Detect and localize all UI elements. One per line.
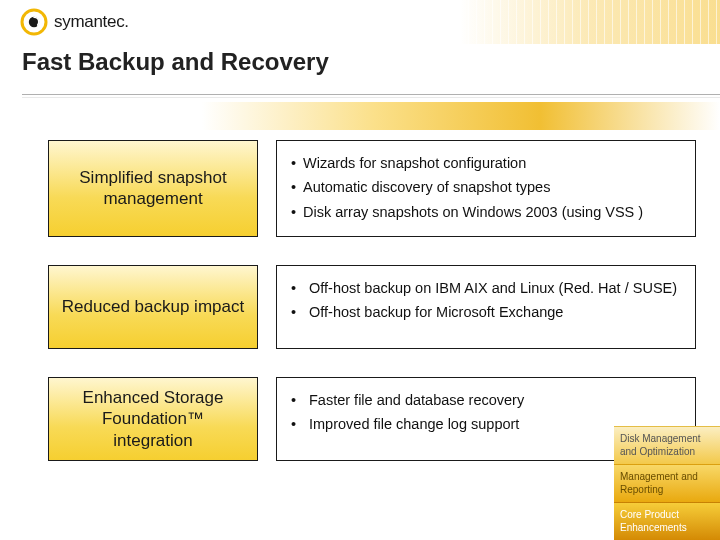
divider xyxy=(22,94,720,98)
feature-row: Enhanced Storage Foundation™ integration… xyxy=(48,377,696,461)
page-title: Fast Backup and Recovery xyxy=(22,48,720,76)
feature-heading: Simplified snapshot management xyxy=(61,167,245,210)
feature-heading: Enhanced Storage Foundation™ integration xyxy=(61,387,245,451)
corner-nav: Disk Management and Optimization Managem… xyxy=(614,426,720,540)
list-item: Wizards for snapshot configuration xyxy=(291,153,683,173)
symantec-logo-icon xyxy=(20,8,48,36)
brand-name: symantec. xyxy=(54,12,129,32)
feature-heading-box: Enhanced Storage Foundation™ integration xyxy=(48,377,258,461)
feature-heading: Reduced backup impact xyxy=(62,296,244,317)
feature-row: Reduced backup impact Off-host backup on… xyxy=(48,265,696,349)
list-item: Faster file and database recovery xyxy=(291,390,683,410)
header-accent-icon xyxy=(460,0,720,44)
corner-nav-item: Disk Management and Optimization xyxy=(614,426,720,464)
list-item: Automatic discovery of snapshot types xyxy=(291,177,683,197)
content-area: Simplified snapshot management Wizards f… xyxy=(0,140,720,461)
slide-header: symantec. xyxy=(0,0,720,44)
corner-nav-item: Core Product Enhancements xyxy=(614,502,720,540)
brand-lockup: symantec. xyxy=(20,8,129,36)
feature-heading-box: Reduced backup impact xyxy=(48,265,258,349)
gradient-bar xyxy=(0,102,720,130)
feature-details-box: Off-host backup on IBM AIX and Linux (Re… xyxy=(276,265,696,349)
feature-details-box: Wizards for snapshot configuration Autom… xyxy=(276,140,696,237)
title-area: Fast Backup and Recovery xyxy=(0,44,720,98)
feature-row: Simplified snapshot management Wizards f… xyxy=(48,140,696,237)
bullet-list: Wizards for snapshot configuration Autom… xyxy=(291,153,683,222)
feature-heading-box: Simplified snapshot management xyxy=(48,140,258,237)
corner-nav-item: Management and Reporting xyxy=(614,464,720,502)
list-item: Off-host backup on IBM AIX and Linux (Re… xyxy=(291,278,683,298)
list-item: Off-host backup for Microsoft Exchange xyxy=(291,302,683,322)
list-item: Disk array snapshots on Windows 2003 (us… xyxy=(291,202,683,222)
bullet-list: Off-host backup on IBM AIX and Linux (Re… xyxy=(291,278,683,323)
